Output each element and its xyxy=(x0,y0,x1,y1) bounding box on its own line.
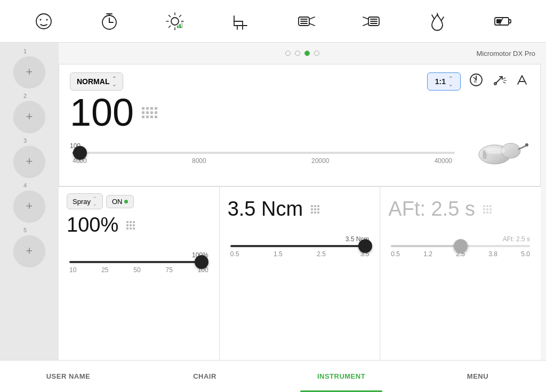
sidebar-item-3: 3 + xyxy=(14,137,45,177)
water-slider-container: 100% 10 25 50 75 100 xyxy=(67,251,211,274)
aft-slider-track[interactable] xyxy=(391,245,530,247)
torque-slider-labels: 0.5 1.5 2.5 3.5 xyxy=(228,250,372,258)
svg-rect-5 xyxy=(177,26,179,28)
sidebar-item-2: 2 + xyxy=(14,93,45,132)
speed-slider-thumb[interactable] xyxy=(73,146,87,160)
top-bar xyxy=(0,0,546,43)
torque-slider-thumb[interactable] xyxy=(358,239,372,253)
battery-icon[interactable] xyxy=(487,5,519,37)
pagination-dots xyxy=(285,51,319,56)
spray-button[interactable]: Spray ⌃⌄ xyxy=(67,193,103,209)
sidebar-btn-1[interactable]: + xyxy=(14,56,45,87)
aft-slider-thumb[interactable] xyxy=(454,239,468,253)
instrument-image xyxy=(465,125,529,181)
torque-slider-container: 3.5 Ncm 0.5 1.5 2.5 3.5 xyxy=(228,235,372,258)
svg-rect-23 xyxy=(496,19,501,23)
sidebar-num-3: 3 xyxy=(23,137,27,144)
sidebar-item-1: 1 + xyxy=(14,48,45,87)
speed-number: 100 xyxy=(70,93,134,132)
water-slider-track[interactable] xyxy=(69,261,208,263)
dot-1[interactable] xyxy=(285,51,291,56)
upper-section: NORMAL ⌃⌄ 1:1 ⌃⌄ xyxy=(59,64,541,186)
torque-panel: 3.5 Ncm 3.5 Ncm xyxy=(220,187,381,360)
torque-slider-value-label: 3.5 Ncm xyxy=(228,235,372,243)
svg-rect-6 xyxy=(179,24,181,28)
svg-line-18 xyxy=(441,17,444,20)
water-value: 100% xyxy=(67,214,211,236)
spray-icon-btn[interactable] xyxy=(492,72,507,91)
water-icon[interactable] xyxy=(421,5,453,37)
speed-slider-track[interactable] xyxy=(73,152,455,154)
svg-rect-20 xyxy=(509,20,511,23)
aft-value: AFt: 2.5 s xyxy=(388,198,533,220)
svg-point-26 xyxy=(494,83,496,85)
water-panel-top-row: Spray ⌃⌄ ON xyxy=(67,193,211,209)
spray-chevron-icon: ⌃⌄ xyxy=(93,196,97,207)
sidebar-btn-5[interactable]: + xyxy=(14,235,45,266)
speed-value: 100 xyxy=(70,93,529,132)
ratio-chevron-icon: ⌃⌄ xyxy=(448,76,453,87)
speed-grid-icon xyxy=(142,107,157,118)
torque-slider-track[interactable] xyxy=(230,245,370,247)
svg-line-16 xyxy=(432,15,434,19)
handpiece-left-icon[interactable] xyxy=(290,5,322,37)
bottom-nav: USER NAME CHAIR INSTRUMENT MENU xyxy=(0,360,546,392)
water-slider-fill xyxy=(69,261,202,263)
sidebar-item-4: 4 + xyxy=(14,182,45,222)
svg-point-2 xyxy=(46,19,47,20)
water-grid-icon xyxy=(126,221,135,230)
sidebar-num-4: 4 xyxy=(23,182,27,189)
torque-slider-fill xyxy=(230,245,365,247)
panel-header: Micromotor DX Pro xyxy=(59,43,546,64)
on-button[interactable]: ON xyxy=(106,195,134,208)
aft-slider-container: AFt: 2.5 s 0.5 1.2 2.5 3.8 5.0 xyxy=(388,235,533,258)
aft-panel: AFt: 2.5 s AFt: 2.5 s xyxy=(380,187,541,360)
sidebar-item-5: 5 + xyxy=(14,227,45,266)
aft-slider-fill xyxy=(391,245,460,247)
water-panel: Spray ⌃⌄ ON 100% xyxy=(59,187,220,360)
light-icon[interactable] xyxy=(159,5,191,37)
right-panel: Micromotor DX Pro NORMAL ⌃⌄ 1:1 ⌃⌄ xyxy=(59,43,546,360)
mode-ratio-row: NORMAL ⌃⌄ 1:1 ⌃⌄ xyxy=(70,72,529,91)
mode-button[interactable]: NORMAL ⌃⌄ xyxy=(70,72,123,91)
reverse-icon-btn[interactable]: R xyxy=(469,72,484,91)
dot-2[interactable] xyxy=(295,51,300,56)
torque-value: 3.5 Ncm xyxy=(228,198,372,220)
sidebar-btn-3[interactable]: + xyxy=(14,146,45,177)
svg-point-1 xyxy=(39,19,41,20)
timer-icon[interactable] xyxy=(93,5,125,37)
svg-point-30 xyxy=(525,143,528,146)
nav-menu[interactable]: MENU xyxy=(410,361,546,392)
dot-4[interactable] xyxy=(314,51,319,56)
dot-3[interactable] xyxy=(304,51,310,56)
svg-line-17 xyxy=(437,13,438,17)
right-icons-row: R xyxy=(469,72,529,91)
sidebar: 1 + 2 + 3 + 4 + 5 + xyxy=(0,43,59,360)
water-slider-thumb[interactable] xyxy=(195,255,208,269)
nav-user[interactable]: USER NAME xyxy=(0,361,136,392)
sidebar-btn-4[interactable]: + xyxy=(14,191,45,222)
water-slider-value-label: 100% xyxy=(67,251,211,259)
nav-instrument[interactable]: INSTRUMENT xyxy=(273,361,410,392)
face-icon[interactable] xyxy=(28,5,60,37)
speed-slider-labels: 4000 8000 20000 40000 xyxy=(70,157,455,165)
svg-point-4 xyxy=(171,18,179,25)
svg-point-36 xyxy=(484,148,505,154)
sidebar-num-2: 2 xyxy=(23,93,27,99)
apex-icon-btn[interactable] xyxy=(515,72,529,91)
instrument-name: Micromotor DX Pro xyxy=(476,50,535,58)
ratio-button[interactable]: 1:1 ⌃⌄ xyxy=(427,72,461,91)
speed-slider-container: 100 4000 8000 20000 40000 xyxy=(70,142,529,165)
on-dot-icon xyxy=(124,200,128,203)
nav-chair[interactable]: CHAIR xyxy=(136,361,273,392)
water-slider-labels: 10 25 50 75 100 xyxy=(67,266,211,274)
svg-rect-7 xyxy=(181,22,183,28)
speed-slider-value-label: 100 xyxy=(70,142,529,150)
sidebar-num-5: 5 xyxy=(23,227,27,233)
mode-chevron-icon: ⌃⌄ xyxy=(112,76,116,87)
sidebar-btn-2[interactable]: + xyxy=(14,101,45,132)
sidebar-num-1: 1 xyxy=(23,48,27,54)
chair-nav-icon[interactable] xyxy=(224,5,256,37)
handpiece-right-icon[interactable] xyxy=(356,5,388,37)
aft-grid-icon xyxy=(483,205,492,214)
